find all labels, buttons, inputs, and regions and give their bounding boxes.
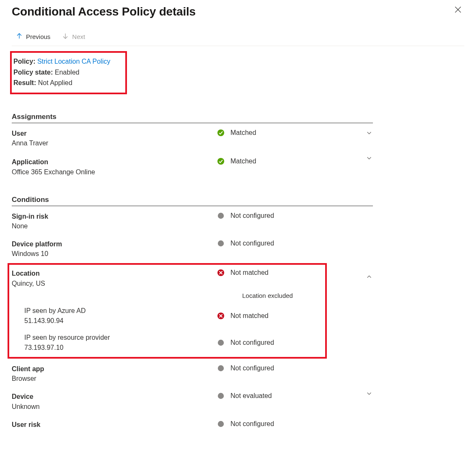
device-row: Device Unknown Not evaluated [12,384,373,411]
summary-result-row: Result: Not Applied [13,78,110,88]
panel-header: Conditional Access Policy details [12,5,464,18]
success-icon [217,158,225,165]
client-app-status: Not configured [230,364,274,372]
application-status: Matched [230,158,256,165]
dot-icon [217,392,225,400]
dot-icon [217,240,225,247]
assignment-user-row: User Anna Traver Matched [12,123,373,148]
success-icon [217,129,225,137]
device-platform-label: Device platform [12,240,217,249]
device-platform-status: Not configured [230,240,274,247]
client-app-label: Client app [12,364,217,374]
ip-rp-label: IP seen by resource provider [24,333,217,343]
assignments-heading: Assignments [12,113,373,123]
svg-point-17 [218,421,224,426]
policy-label: Policy: [13,58,35,65]
assignment-app-row: Application Office 365 Exchange Online M… [12,148,373,177]
next-button[interactable]: Next [62,33,85,41]
dot-icon [217,364,225,372]
arrow-up-icon [16,33,23,41]
svg-point-16 [218,393,224,399]
previous-button[interactable]: Previous [16,33,50,41]
assignments-section: Assignments User Anna Traver Matched App… [12,113,464,177]
location-value: Quincy, US [12,279,217,289]
client-app-row: Client app Browser Not configured [12,359,373,384]
application-label: Application [12,158,217,167]
ip-azure-row: IP seen by Azure AD 51.143.90.94 Not mat… [12,299,323,326]
location-row: Location Quincy, US Not matched [12,267,323,288]
svg-point-15 [218,365,224,371]
svg-point-6 [218,212,224,218]
error-icon [217,269,225,277]
device-status: Not evaluated [230,392,272,400]
ip-azure-value: 51.143.90.94 [24,316,217,326]
previous-label: Previous [26,33,50,40]
arrow-down-icon [62,33,69,41]
policy-summary: Policy: Strict Location CA Policy Policy… [10,51,127,94]
device-platform-value: Windows 10 [12,249,217,259]
signin-risk-value: None [12,221,217,231]
ip-rp-value: 73.193.97.10 [24,343,217,353]
pager-nav: Previous Next [12,28,464,46]
location-status: Not matched [230,269,269,277]
svg-point-4 [217,129,224,136]
svg-point-7 [218,240,224,246]
result-value: Not Applied [38,79,72,86]
user-risk-label: User risk [12,420,217,429]
svg-point-5 [217,158,224,165]
ip-rp-row: IP seen by resource provider 73.193.97.1… [12,326,323,353]
result-label: Result: [13,79,36,86]
chevron-down-icon[interactable] [366,130,372,137]
location-block: Location Quincy, US Not matched Location… [8,263,327,358]
panel-title: Conditional Access Policy details [12,5,196,18]
svg-point-14 [218,340,224,346]
location-label: Location [12,269,217,278]
device-platform-row: Device platform Windows 10 Not configure… [12,231,373,259]
policy-state-value: Enabled [55,69,80,76]
signin-risk-status: Not configured [230,212,274,220]
close-icon[interactable] [452,5,464,16]
chevron-down-icon[interactable] [366,155,372,163]
dot-icon [217,339,225,346]
device-label: Device [12,392,217,401]
signin-risk-row: Sign-in risk None Not configured [12,206,373,231]
ip-azure-label: IP seen by Azure AD [24,306,217,316]
user-status: Matched [230,129,256,137]
chevron-down-icon[interactable] [366,390,372,398]
ip-azure-status: Not matched [230,312,269,320]
conditions-section: Conditions Sign-in risk None Not configu… [12,196,464,429]
user-risk-row: User risk Not configured [12,412,373,429]
location-excluded-note: Location excluded [12,289,323,299]
next-label: Next [72,33,85,40]
user-risk-status: Not configured [230,420,274,428]
dot-icon [217,420,225,428]
client-app-value: Browser [12,374,217,384]
user-label: User [12,129,217,138]
policy-link[interactable]: Strict Location CA Policy [37,58,110,65]
chevron-up-icon[interactable] [366,274,372,282]
error-icon [217,312,225,320]
conditions-heading: Conditions [12,196,373,206]
dot-icon [217,212,225,220]
summary-state-row: Policy state: Enabled [13,67,110,78]
policy-details-panel: Conditional Access Policy details Previo… [0,0,476,446]
policy-state-label: Policy state: [13,69,53,76]
device-value: Unknown [12,402,217,412]
summary-policy-row: Policy: Strict Location CA Policy [13,56,110,67]
application-value: Office 365 Exchange Online [12,167,217,177]
signin-risk-label: Sign-in risk [12,212,217,221]
ip-rp-status: Not configured [230,339,274,346]
user-value: Anna Traver [12,138,217,148]
